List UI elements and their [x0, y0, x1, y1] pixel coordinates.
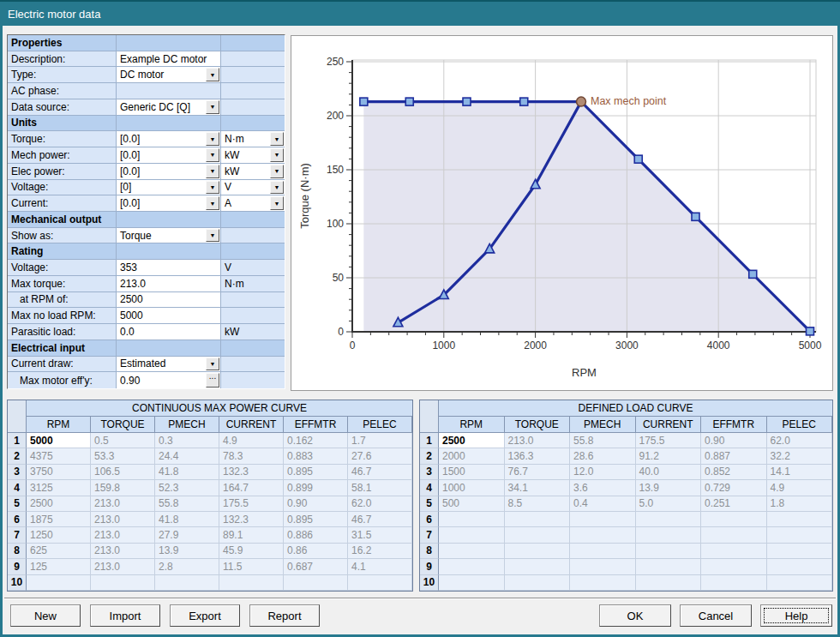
table-cell[interactable]: 0.895 — [284, 465, 348, 480]
titlebar[interactable]: Electric motor data — [0, 2, 840, 26]
dropdown[interactable]: [0.0]▼ — [117, 131, 220, 147]
row-number[interactable]: 7 — [420, 527, 439, 543]
dropdown[interactable]: [0.0]▼ — [117, 195, 220, 211]
table-cell[interactable]: 14.1 — [767, 465, 833, 480]
dropdown-value[interactable]: kW — [221, 147, 269, 163]
row-number[interactable]: 2 — [8, 448, 27, 464]
dropdown-arrow-icon[interactable]: ▼ — [206, 165, 219, 178]
table-cell[interactable]: 0.883 — [284, 448, 348, 464]
table-cell[interactable] — [767, 575, 833, 591]
dropdown-value[interactable]: kW — [221, 164, 269, 179]
dropdown-arrow-icon[interactable]: ▼ — [206, 196, 219, 210]
table-cell[interactable]: 16.2 — [348, 544, 412, 559]
table-cell[interactable]: 4.9 — [767, 480, 833, 496]
dropdown-arrow-icon[interactable]: ▼ — [206, 148, 219, 162]
table-cell[interactable]: 0.729 — [701, 480, 767, 496]
dropdown[interactable]: [0.0]▼ — [117, 147, 220, 163]
table-cell[interactable] — [636, 512, 702, 527]
dropdown-value[interactable]: Estimated — [117, 357, 205, 372]
table-cell[interactable]: 213.0 — [505, 433, 571, 448]
dropdown[interactable]: DC motor▼ — [117, 67, 220, 82]
row-number[interactable]: 3 — [8, 465, 27, 480]
table-cell[interactable]: 55.8 — [570, 433, 636, 448]
dropdown[interactable]: Generic DC [Q]▼ — [117, 99, 220, 115]
table-cell[interactable]: 1000 — [439, 480, 505, 496]
table-cell[interactable]: 5.0 — [636, 496, 702, 512]
table-cell[interactable]: 5000 — [27, 433, 91, 448]
table-cell[interactable]: 2500 — [439, 433, 505, 448]
row-number[interactable]: 9 — [8, 559, 27, 574]
table-cell[interactable]: 500 — [439, 496, 505, 512]
table-cell[interactable]: 40.0 — [636, 465, 702, 480]
row-number[interactable]: 2 — [420, 448, 439, 464]
table-cell[interactable] — [767, 527, 833, 543]
table-cell[interactable]: 1875 — [27, 512, 91, 527]
table-cell[interactable]: 78.3 — [219, 448, 284, 464]
dropdown-arrow-icon[interactable]: ▼ — [270, 148, 284, 162]
table-cell[interactable]: 0.5 — [91, 433, 155, 448]
table-cell[interactable] — [505, 544, 571, 559]
table-cell[interactable]: 8.5 — [505, 496, 571, 512]
table-cell[interactable]: 213.0 — [91, 512, 155, 527]
help-button[interactable]: Help — [760, 604, 832, 627]
table-cell[interactable] — [91, 575, 155, 591]
table-cell[interactable] — [767, 544, 833, 559]
table-cell[interactable] — [505, 512, 571, 527]
dropdown-value[interactable]: V — [221, 180, 269, 195]
table-cell[interactable]: 11.5 — [219, 559, 284, 574]
table-cell[interactable]: 4.1 — [348, 559, 412, 574]
dropdown-value[interactable]: [0.0] — [117, 147, 205, 163]
table-cell[interactable]: 91.2 — [636, 448, 702, 464]
table-cell[interactable] — [701, 544, 767, 559]
dropdown-value[interactable]: Generic DC [Q] — [117, 99, 205, 115]
prop-value-current-draw[interactable]: Estimated▼ — [117, 357, 221, 373]
table-cell[interactable] — [505, 527, 571, 543]
prop-value-current[interactable]: [0.0]▼ — [117, 195, 221, 212]
dropdown-value[interactable]: A — [221, 195, 269, 211]
table-cell[interactable]: 0.251 — [701, 496, 767, 512]
dropdown-value[interactable]: Torque — [117, 228, 205, 243]
table-cell[interactable]: 175.5 — [219, 496, 284, 512]
table-cell[interactable]: 3125 — [27, 480, 91, 496]
prop-value-elec-power[interactable]: [0.0]▼ — [117, 164, 221, 180]
table-cell[interactable] — [570, 559, 636, 574]
table-cell[interactable] — [219, 575, 284, 591]
dropdown-arrow-icon[interactable]: ▼ — [206, 132, 219, 146]
table-cell[interactable]: 125 — [27, 559, 91, 574]
dropdown-value[interactable]: N·m — [221, 131, 269, 147]
unit-dropdown-torque[interactable]: N·m▼ — [221, 131, 285, 147]
table-cell[interactable]: 52.3 — [155, 480, 219, 496]
table-cell[interactable] — [767, 559, 833, 574]
table-cell[interactable] — [570, 527, 636, 543]
prop-value-show-as[interactable]: Torque▼ — [117, 228, 221, 244]
row-number[interactable]: 1 — [8, 433, 27, 448]
dropdown[interactable]: N·m▼ — [221, 131, 285, 147]
table-cell[interactable]: 132.3 — [219, 512, 284, 527]
prop-value-description[interactable]: Example DC motor — [117, 51, 221, 68]
table-cell[interactable]: 53.3 — [91, 448, 155, 464]
dropdown[interactable]: [0]▼ — [117, 180, 220, 195]
table-cell[interactable]: 13.9 — [155, 544, 219, 559]
table-cell[interactable] — [570, 512, 636, 527]
unit-dropdown-mech-power[interactable]: kW▼ — [221, 147, 285, 164]
prop-value-at-rpm-of[interactable]: 2500 — [117, 292, 221, 309]
dropdown-value[interactable]: [0] — [117, 180, 205, 195]
cancel-button[interactable]: Cancel — [680, 604, 752, 627]
row-number[interactable]: 8 — [8, 544, 27, 559]
dropdown-value[interactable]: [0.0] — [117, 164, 205, 179]
table-cell[interactable] — [439, 559, 505, 574]
table-cell[interactable]: 31.5 — [348, 527, 412, 543]
prop-value-parasitic-load[interactable]: 0.0 — [117, 324, 221, 340]
row-number[interactable]: 3 — [420, 465, 439, 480]
table-cell[interactable]: 175.5 — [636, 433, 702, 448]
row-number[interactable]: 6 — [420, 512, 439, 527]
table-cell[interactable]: 89.1 — [219, 527, 284, 543]
table-cell[interactable]: 2000 — [439, 448, 505, 464]
dropdown[interactable]: A▼ — [221, 195, 285, 211]
table-cell[interactable] — [505, 575, 571, 591]
table-cell[interactable]: 213.0 — [91, 496, 155, 512]
table-cell[interactable]: 132.3 — [219, 465, 284, 480]
table-cell[interactable]: 0.887 — [701, 448, 767, 464]
table-cell[interactable]: 2.8 — [155, 559, 219, 574]
table-cell[interactable] — [636, 527, 702, 543]
